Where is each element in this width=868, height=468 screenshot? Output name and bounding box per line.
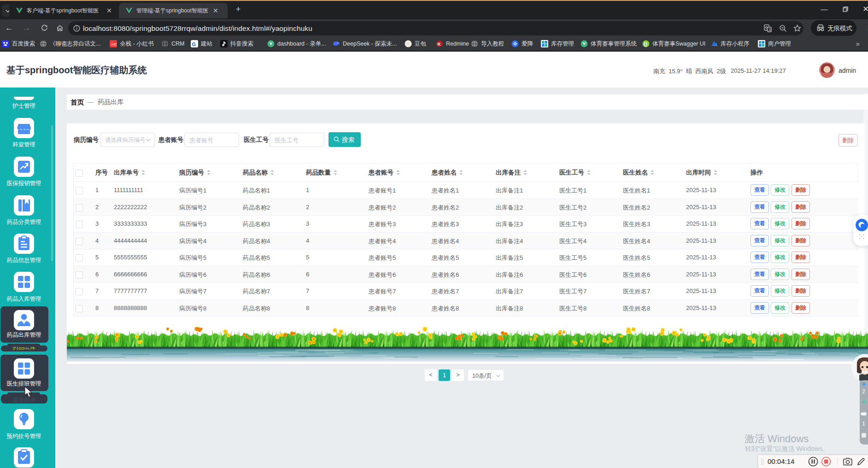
svg-text:小红: 小红 — [111, 43, 117, 46]
svg-text:文: 文 — [768, 28, 772, 32]
svg-text:R: R — [438, 42, 441, 47]
svg-text:G: G — [192, 41, 196, 47]
svg-text:{}: {} — [644, 41, 647, 47]
